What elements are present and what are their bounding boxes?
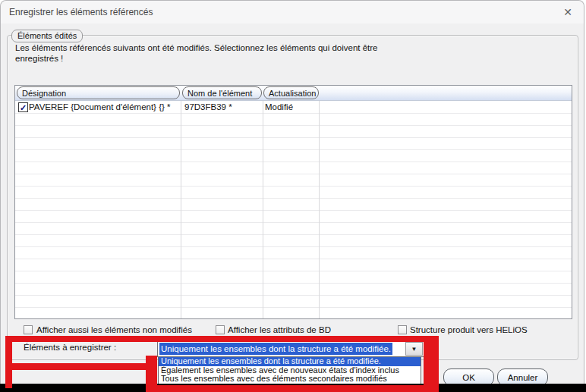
combobox-dropdown-button[interactable]: ▼ [405,342,423,356]
check-icon: ✓ [20,104,27,111]
checkbox-structure-helios[interactable] [398,325,407,334]
column-header-nom[interactable]: Nom de l'élément [182,86,262,99]
column-separator [319,101,320,318]
save-elements-combobox[interactable]: Uniquement les ensembles dont la structu… [157,340,424,357]
table-row[interactable]: ✓ PAVEREF {Document d'élément} {} * 97D3… [15,102,572,114]
table-grid-rows [15,102,572,318]
cell-actualisation: Modifié [265,102,293,111]
column-separator [263,101,263,318]
elements-table: Désignation Nom de l'élément Actualisati… [14,85,572,319]
groupbox-label: Éléments édités [11,30,83,42]
combobox-dropdown-list: Uniquement les ensembles dont la structu… [158,356,421,384]
annotation-mid-bar [5,363,150,370]
checkbox-afficher-non-modifies[interactable] [24,325,33,334]
dropdown-option-3[interactable]: Tous les ensembles avec des éléments sec… [159,375,421,384]
checkbox-label: Afficher aussi les éléments non modifiés [36,325,192,334]
combobox-selected-value: Uniquement les ensembles dont la structu… [159,343,392,355]
description-line-1: Les éléments référencés suivants ont été… [15,43,378,52]
annotation-right-bar [424,336,439,392]
dropdown-option-2[interactable]: Également les ensembles avec de nouveaux… [159,366,421,375]
checkbox-attributs-bd[interactable] [216,325,225,334]
save-elements-label: Éléments à enregistrer : [24,343,116,352]
checkbox-label: Afficher les attributs de BD [228,325,331,334]
close-icon: ✕ [563,6,572,18]
dropdown-option-1[interactable]: Uniquement les ensembles dont la structu… [159,357,421,366]
chevron-down-icon: ▼ [411,346,417,353]
annotation-left-bar [5,336,12,388]
annotation-bottom-bar [146,385,439,392]
dialog-window: Enregistrer les éléments référencés ✕ Él… [0,0,584,391]
cell-designation: PAVEREF {Document d'élément} {} * [29,102,171,111]
screenshot: Enregistrer les éléments référencés ✕ Él… [0,0,586,392]
column-separator [181,101,181,318]
column-header-designation[interactable]: Désignation [17,86,180,99]
title-bar: Enregistrer les éléments référencés ✕ [1,1,584,24]
row-checkbox[interactable]: ✓ [18,102,28,112]
description-line-2: enregistrés ! [15,54,63,63]
window-title: Enregistrer les éléments référencés [9,7,153,17]
annotation-top-bar [5,336,439,342]
column-header-actualisation[interactable]: Actualisation [263,86,319,99]
cell-nom: 97D3FB39 * [184,102,232,111]
checkbox-label: Structure produit vers HELiOS [410,325,528,334]
close-button[interactable]: ✕ [556,4,579,20]
